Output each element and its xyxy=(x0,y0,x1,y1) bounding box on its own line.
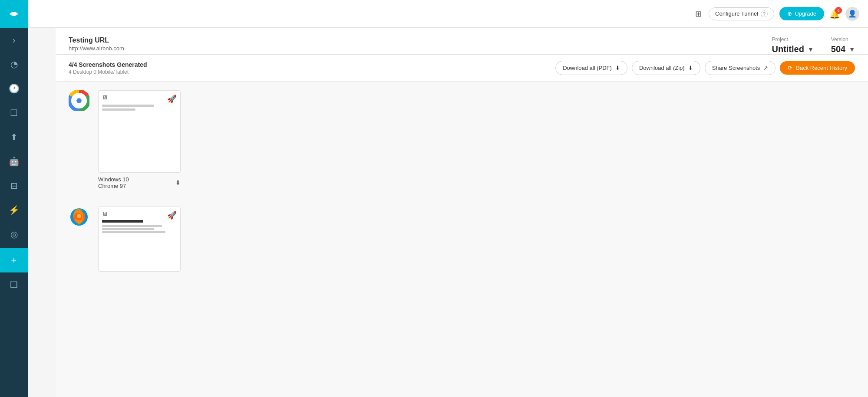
testing-url-label: Testing URL xyxy=(69,36,124,44)
page-header-left: Testing URL http://www.airbnb.com xyxy=(69,36,124,52)
monitor-icon-chrome: 🖥 xyxy=(102,94,108,101)
sidebar-item-lightning[interactable]: ⚡ xyxy=(0,198,28,222)
download-zip-button[interactable]: Download all (Zip) ⬇ xyxy=(632,61,700,75)
grid-icon[interactable]: ⊞ xyxy=(695,9,702,19)
screenshot-card-chrome: 🖥 🚀 Windows 10 Chrome 97 ⬇ xyxy=(98,90,181,189)
download-zip-icon: ⬇ xyxy=(688,65,693,71)
rocket-icon-firefox: 🚀 xyxy=(167,210,177,220)
shapes-icon: ❑ xyxy=(10,279,18,290)
screenshot-card-firefox: 🖥 🚀 xyxy=(98,207,181,272)
upgrade-button[interactable]: ⊕ Upgrade xyxy=(779,7,824,20)
help-icon: ? xyxy=(761,10,768,17)
testing-url-value: http://www.airbnb.com xyxy=(69,45,124,52)
download-zip-label: Download all (Zip) xyxy=(639,65,685,71)
version-label: Version xyxy=(831,36,855,43)
screenshot-os-name: Windows 10 xyxy=(98,176,129,183)
sidebar-item-add[interactable]: + xyxy=(0,248,28,272)
compare-icon: ⊟ xyxy=(10,180,18,191)
screenshot-thumb-firefox[interactable]: 🖥 🚀 xyxy=(98,207,181,272)
screenshot-row-chrome: 🖥 🚀 Windows 10 Chrome 97 ⬇ xyxy=(69,90,855,189)
screenshots-detail: 4 Desktop 0 Mobile/Tablet xyxy=(69,69,147,75)
download-pdf-label: Download all (PDF) xyxy=(563,65,612,71)
chevron-right-icon: › xyxy=(13,35,16,45)
sidebar-item-history[interactable]: 🕐 xyxy=(0,76,28,101)
upgrade-plus-icon: ⊕ xyxy=(787,10,792,17)
back-history-button[interactable]: ⟳ Back Recent History xyxy=(780,61,855,75)
version-group: Version 504 ▼ xyxy=(831,36,855,54)
project-label: Project xyxy=(772,36,813,43)
notification-badge: 6 xyxy=(835,7,842,14)
main-content: Testing URL http://www.airbnb.com Projec… xyxy=(56,28,868,397)
topbar: ⊞ Configure Tunnel ? ⊕ Upgrade 🔔 6 👤 xyxy=(28,0,868,28)
browser-icon-chrome xyxy=(69,90,89,113)
history-icon: 🕐 xyxy=(9,83,20,94)
toolbar-actions: Download all (PDF) ⬇ Download all (Zip) … xyxy=(555,61,855,75)
download-pdf-button[interactable]: Download all (PDF) ⬇ xyxy=(555,61,627,75)
share-screenshots-button[interactable]: Share Screenshots ↗ xyxy=(705,61,776,75)
svg-point-1 xyxy=(12,12,16,16)
screenshots-count: 4/4 Screenshots Generated xyxy=(69,61,147,68)
toolbar: 4/4 Screenshots Generated 4 Desktop 0 Mo… xyxy=(56,55,868,82)
rocket-icon-chrome: 🚀 xyxy=(167,94,177,104)
download-pdf-icon: ⬇ xyxy=(615,65,620,71)
screenshot-label-chrome: Windows 10 Chrome 97 ⬇ xyxy=(98,176,181,189)
add-icon: + xyxy=(11,255,17,266)
project-group: Project Untitled ▼ xyxy=(772,36,813,54)
upload-icon: ⬆ xyxy=(10,132,18,142)
sidebar-item-upload[interactable]: ⬆ xyxy=(0,125,28,149)
configure-tunnel-label: Configure Tunnel xyxy=(715,10,758,17)
sidebar-item-compare[interactable]: ⊟ xyxy=(0,174,28,198)
tunnel-icon: ◎ xyxy=(10,229,18,240)
sidebar-item-robot[interactable]: 🤖 xyxy=(0,149,28,174)
back-history-label: Back Recent History xyxy=(796,65,847,71)
capture-icon: ☐ xyxy=(10,108,18,118)
screenshots-info: 4/4 Screenshots Generated 4 Desktop 0 Mo… xyxy=(69,61,147,75)
share-label: Share Screenshots xyxy=(712,65,760,71)
dashboard-icon: ◔ xyxy=(10,59,18,69)
version-dropdown-arrow: ▼ xyxy=(849,46,855,53)
version-value: 504 xyxy=(831,44,845,54)
download-screenshot-chrome[interactable]: ⬇ xyxy=(175,179,181,186)
notification-button[interactable]: 🔔 6 xyxy=(829,9,840,19)
page-header: Testing URL http://www.airbnb.com Projec… xyxy=(56,28,868,55)
screenshot-browser-name: Chrome 97 xyxy=(98,183,129,189)
browser-icon-firefox xyxy=(69,207,89,229)
share-icon: ↗ xyxy=(763,65,768,71)
screenshot-os-chrome: Windows 10 Chrome 97 xyxy=(98,176,129,189)
sidebar-item-next[interactable]: › xyxy=(0,28,28,52)
monitor-icon-firefox: 🖥 xyxy=(102,210,108,217)
back-history-circle-icon: ⟳ xyxy=(788,65,792,71)
sidebar-logo[interactable] xyxy=(0,0,28,28)
lightning-icon: ⚡ xyxy=(9,205,20,215)
sidebar-item-dashboard[interactable]: ◔ xyxy=(0,52,28,76)
project-select[interactable]: Untitled ▼ xyxy=(772,44,813,54)
configure-tunnel-button[interactable]: Configure Tunnel ? xyxy=(709,7,774,20)
sidebar-item-shapes[interactable]: ❑ xyxy=(0,272,28,297)
upgrade-label: Upgrade xyxy=(795,10,816,17)
user-icon: 👤 xyxy=(848,10,857,18)
svg-point-10 xyxy=(77,214,81,218)
screenshots-content: 🖥 🚀 Windows 10 Chrome 97 ⬇ xyxy=(56,82,868,298)
sidebar-item-tunnel[interactable]: ◎ xyxy=(0,222,28,246)
svg-point-5 xyxy=(76,98,82,103)
topbar-actions: ⊞ Configure Tunnel ? ⊕ Upgrade 🔔 6 👤 xyxy=(695,7,859,21)
robot-icon: 🤖 xyxy=(9,156,20,167)
sidebar: › ◔ 🕐 ☐ ⬆ 🤖 ⊟ ⚡ ◎ + ❑ xyxy=(0,0,28,397)
version-select[interactable]: 504 ▼ xyxy=(831,44,855,54)
screenshot-thumb-chrome[interactable]: 🖥 🚀 xyxy=(98,90,181,173)
project-version-section: Project Untitled ▼ Version 504 ▼ xyxy=(772,36,855,54)
avatar-button[interactable]: 👤 xyxy=(845,7,859,21)
project-dropdown-arrow: ▼ xyxy=(808,46,814,53)
project-value: Untitled xyxy=(772,44,804,54)
screenshot-row-firefox: 🖥 🚀 xyxy=(69,207,855,272)
sidebar-item-capture[interactable]: ☐ xyxy=(0,101,28,125)
